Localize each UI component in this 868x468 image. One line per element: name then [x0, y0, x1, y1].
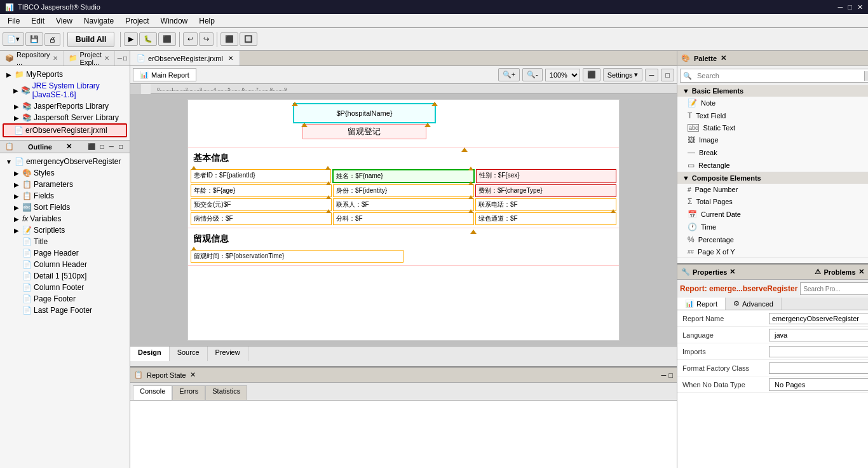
root-toggle[interactable]: ▶: [5, 71, 13, 78]
redo-button[interactable]: ↪: [199, 32, 214, 46]
palette-section-basic-header[interactable]: ▼ Basic Elements: [677, 85, 868, 97]
script-toggle[interactable]: ▶: [13, 227, 20, 234]
outline-fields[interactable]: ▶ 📋 Fields: [3, 190, 127, 202]
jr-toggle[interactable]: ▶: [13, 103, 20, 110]
styles-toggle[interactable]: ▶: [13, 170, 20, 177]
tree-jaspersoft[interactable]: ▶ 📚 Jaspersoft Server Library: [3, 112, 127, 123]
outline-page-header[interactable]: ▶ 📄 Page Header: [3, 247, 127, 259]
outline-variables[interactable]: ▶ fx Variables: [3, 213, 127, 224]
tab-problems[interactable]: ⚠ Problems ✕: [810, 266, 868, 278]
tab-console[interactable]: Console: [133, 385, 172, 400]
hospital-name-field[interactable]: $P{hospitalName}: [293, 103, 436, 123]
field-contact[interactable]: 联系人：$F: [333, 198, 474, 211]
main-report-button[interactable]: 📊 Main Report: [133, 68, 196, 81]
palette-item-time[interactable]: 🕐 Time: [677, 221, 868, 233]
outline-root[interactable]: ▼ 📄 emergencyObserveRegister: [3, 156, 127, 167]
outline-last-page-footer[interactable]: ▶ 📄 Last Page Footer: [3, 305, 127, 316]
settings-button[interactable]: Settings ▾: [603, 68, 642, 81]
outline-column-footer[interactable]: ▶ 📄 Column Footer: [3, 282, 127, 293]
palette-item-percentage[interactable]: % Percentage: [677, 233, 868, 246]
fields-toggle[interactable]: ▶: [13, 193, 20, 200]
jre-toggle[interactable]: ▶: [13, 87, 19, 94]
field-chargetype[interactable]: 费别：$F{chargeType}: [475, 184, 616, 197]
minimize-button[interactable]: ─: [838, 3, 843, 11]
tab-design[interactable]: Design: [130, 347, 170, 361]
panel-minimize-btn[interactable]: ─: [645, 69, 659, 81]
left-panel-maximize[interactable]: □: [123, 55, 127, 62]
outline-scriptlets[interactable]: ▶ 📝 Scriptlets: [3, 224, 127, 236]
palette-search-box[interactable]: 🔍 Search: [680, 69, 868, 83]
outline-min-btn[interactable]: ─: [107, 142, 116, 151]
menu-view[interactable]: View: [51, 15, 78, 27]
menu-navigate[interactable]: Navigate: [79, 15, 119, 27]
outline-column-header[interactable]: ▶ 📄 Column Header: [3, 259, 127, 270]
when-no-data-select[interactable]: No Pages Blank Page All Sections No Deta…: [769, 378, 868, 391]
prop-search-input[interactable]: [801, 286, 868, 292]
tab-errors[interactable]: Errors: [172, 385, 205, 400]
field-obs-time[interactable]: 留观时间：$P{observationTime}: [191, 250, 403, 263]
tree-file-erObserveRegister[interactable]: 📄 erObserveRegister.jrxml: [3, 123, 127, 137]
palette-item-rectangle[interactable]: ▭ Rectangle: [677, 159, 868, 172]
field-condition[interactable]: 病情分级：$F: [191, 212, 332, 225]
palette-section-composite-header[interactable]: ▼ Composite Elements: [677, 172, 868, 184]
field-phone[interactable]: 联系电话：$F: [475, 198, 616, 211]
palette-item-statictext[interactable]: abc Static Text: [677, 122, 868, 134]
outline-sort-fields[interactable]: ▶ 🔤 Sort Fields: [3, 202, 127, 213]
outline-styles[interactable]: ▶ 🎨 Styles: [3, 167, 127, 179]
maximize-button[interactable]: □: [848, 3, 852, 11]
palette-item-totalpages[interactable]: Σ Total Pages: [677, 195, 868, 208]
tab-project-close[interactable]: ✕: [104, 55, 109, 62]
field-deposit[interactable]: 预交金(元)$F: [191, 198, 332, 211]
tab-report[interactable]: 📊 Report: [677, 298, 726, 310]
palette-item-pagenumber[interactable]: # Page Number: [677, 184, 868, 195]
tab-repository[interactable]: 📦 Repository ... ✕: [0, 51, 64, 65]
undo-button[interactable]: ↩: [183, 32, 198, 46]
imports-input[interactable]: [769, 346, 868, 357]
tab-source[interactable]: Source: [170, 347, 208, 361]
left-panel-minimize[interactable]: ─: [118, 55, 122, 62]
outline-collapse-btn[interactable]: ⬛: [86, 142, 97, 151]
outline-expand-btn[interactable]: □: [98, 142, 106, 151]
report-name-input[interactable]: [769, 313, 868, 324]
palette-item-image[interactable]: 🖼 Image: [677, 134, 868, 146]
menu-help[interactable]: Help: [194, 15, 220, 27]
outline-title[interactable]: ▶ 📄 Title: [3, 236, 127, 247]
state-min[interactable]: ─: [661, 371, 667, 379]
tab-repository-close[interactable]: ✕: [53, 55, 58, 62]
outline-parameters[interactable]: ▶ 📋 Parameters: [3, 179, 127, 190]
params-toggle[interactable]: ▶: [13, 181, 20, 188]
field-age[interactable]: 年龄：$F{age}: [191, 184, 332, 197]
outline-max-btn[interactable]: □: [117, 142, 125, 151]
tree-root[interactable]: ▶ 📁 MyReports: [3, 69, 127, 80]
subtitle-field[interactable]: 留观登记: [302, 124, 426, 139]
run-button[interactable]: ▶: [124, 32, 138, 46]
vars-toggle[interactable]: ▶: [13, 216, 20, 223]
build-all-button[interactable]: Build All: [67, 32, 114, 47]
align-button[interactable]: ⬛: [220, 32, 238, 46]
stop-button[interactable]: ⬛: [158, 32, 176, 46]
panel-maximize-btn[interactable]: □: [661, 69, 674, 81]
sort-toggle[interactable]: ▶: [13, 204, 20, 211]
tab-preview[interactable]: Preview: [208, 347, 248, 361]
tab-project-explorer[interactable]: 📁 Project Expl... ✕: [64, 51, 115, 65]
tab-er-observe[interactable]: 📄 erObserveRegister.jrxml ✕: [130, 51, 240, 65]
zoom-out-button[interactable]: 🔍-: [522, 68, 543, 81]
outline-detail[interactable]: ▶ 📄 Detail 1 [510px]: [3, 270, 127, 282]
palette-item-pagexofy[interactable]: ## Page X of Y: [677, 246, 868, 258]
outline-root-toggle[interactable]: ▼: [5, 158, 13, 165]
search-button[interactable]: Search: [864, 71, 868, 81]
title-bar-controls[interactable]: ─ □ ✕: [838, 3, 863, 11]
print-button[interactable]: 🖨: [44, 33, 60, 46]
field-patient-id[interactable]: 患者ID：$F{patientId}: [191, 169, 331, 183]
js-toggle[interactable]: ▶: [13, 114, 20, 121]
tab-er-close[interactable]: ✕: [228, 55, 233, 62]
grid-button[interactable]: 🔲: [240, 32, 257, 46]
close-button[interactable]: ✕: [857, 3, 863, 11]
palette-item-break[interactable]: — Break: [677, 146, 868, 159]
prop-search-box[interactable]: 🔍: [800, 282, 868, 295]
field-sex[interactable]: 性别：$F{sex}: [476, 169, 616, 183]
new-button[interactable]: 📄▾: [3, 32, 24, 46]
tree-jre[interactable]: ▶ 📚 JRE System Library [JavaSE-1.6]: [3, 80, 127, 100]
menu-window[interactable]: Window: [156, 15, 193, 27]
menu-edit[interactable]: Edit: [26, 15, 50, 27]
